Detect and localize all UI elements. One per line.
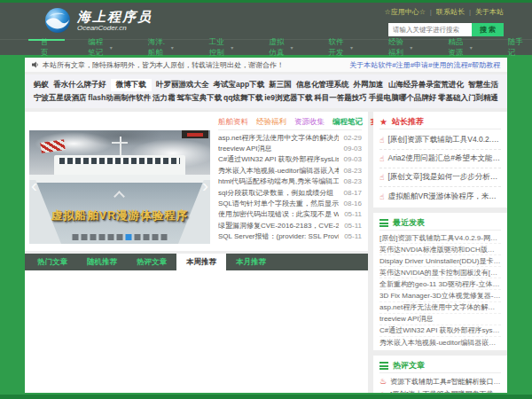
article-row[interactable]: treeview API消息 09-03 <box>218 143 362 153</box>
bottom-tab[interactable]: 本周推荐 <box>176 254 226 270</box>
tag-link[interactable]: flash动画制作软件 <box>88 93 151 104</box>
article-title[interactable]: 秀米嵌入本地视频-ueditor编辑器嵌入本地视频 <box>218 166 339 176</box>
about-site-link[interactable]: 关于本站 <box>475 7 504 17</box>
tag-link[interactable]: 山海经异兽录蛮荒进化 <box>388 80 464 90</box>
article-row[interactable]: SQL Server报错：(provider: SSL Provider, er… <box>218 231 362 242</box>
tag-link[interactable]: 蚂蚁 <box>34 80 49 90</box>
article-title[interactable]: SQL语句针对单个字段去重，然后显示所有列 <box>218 199 339 208</box>
bottom-tab[interactable]: 本月推荐 <box>226 254 276 270</box>
tag-link[interactable]: 外网加速 <box>354 80 384 90</box>
article-row[interactable]: 绿盟漏洞修复CVE-2016-2183，CVE-2015-2808和CVE- 0… <box>218 220 362 231</box>
recent-item[interactable]: C#通过WIN32 API 获取外部程序sysListview... <box>379 325 501 337</box>
bottom-tab[interactable]: 热评文章 <box>127 254 176 270</box>
tag-link[interactable]: 香水什么牌子好 <box>53 80 106 90</box>
article-row[interactable]: 秀米嵌入本地视频-ueditor编辑器嵌入本地视频 08-23 <box>218 165 362 176</box>
article-row[interactable]: 使用加密代码出现错误：此实现不是 Windows 平台 FIPS 05-11 <box>218 209 362 220</box>
slider-dot[interactable] <box>99 234 106 240</box>
slider-dot[interactable] <box>117 234 123 240</box>
article-title[interactable]: 使用加密代码出现错误：此实现不是 Windows 平台 FIPS <box>218 209 339 219</box>
slider-dot[interactable] <box>161 234 168 240</box>
recent-item[interactable]: Display Driver Uninstaller(DDU)显卡驱动卸载... <box>379 255 501 267</box>
chevron-down-icon: ▾ <box>231 44 233 51</box>
tag-link[interactable]: 驾车宝典下载 <box>176 93 222 104</box>
article-title[interactable]: SQL Server报错：(provider: SSL Provider, er… <box>218 231 339 241</box>
recent-item-title: 秀米嵌入本地视频-ueditor编辑器嵌入本地视频 <box>379 338 501 348</box>
recent-item[interactable]: 英伟达NVIDIA的显卡控制面板没有[3D立体视... <box>379 267 501 278</box>
recommend-item[interactable]: ☝ Aria2使用问题汇总#希望本文能解决你的Ari... <box>379 150 501 168</box>
recent-item[interactable]: asp.net程序无法使用中文字体的解决办法 <box>379 302 501 314</box>
tag-link[interactable]: 信息化管理系统 <box>296 80 349 90</box>
recent-item[interactable]: 3D Fix Manager-3D立体视觉修复器-英伟达显... <box>379 290 501 301</box>
slider-dot[interactable] <box>82 234 88 240</box>
recent-item-title: C#通过WIN32 API 获取外部程序sysListview... <box>379 325 501 335</box>
nav-item[interactable]: 经验福利 ▾ <box>381 40 419 55</box>
recent-item[interactable]: 秀米嵌入本地视频-ueditor编辑器嵌入本地视频 <box>379 337 501 348</box>
tag-link[interactable]: ie9浏览器下载 <box>264 93 312 104</box>
article-row[interactable]: html代码适配移动端布局,秀米等编辑工具放入ueditor实现 08-23 <box>218 176 362 187</box>
slider-dot[interactable] <box>73 234 79 240</box>
tag-link[interactable]: 智慧生活 <box>468 80 498 90</box>
slide-caption[interactable]: 虚拟船舶VR漫游体验程序 <box>29 208 210 223</box>
hot-item[interactable]: ♨ [原创]海上下载篇之网赚网盘下载辅助工具V... <box>379 387 501 393</box>
recent-list: [原创]资源下载辅助工具V4.0.2.9-网赚网盘版 英伟达NVDIA标准版驱动… <box>379 232 501 348</box>
recent-item[interactable]: 全新重构的geo-11 3D驱动程序-立体视觉修复... <box>379 278 501 290</box>
nav-item[interactable]: 精品资源 ▾ <box>441 40 479 55</box>
article-title[interactable]: treeview API消息 <box>218 144 339 153</box>
article-row[interactable]: SQL语句针对单个字段去重，然后显示所有列 08-16 <box>218 198 362 208</box>
article-row[interactable]: asp.net程序无法使用中文字体的解决办法 02-29 <box>218 132 362 143</box>
contact-webmaster-link[interactable]: 联系站长 <box>436 7 465 17</box>
nav-item[interactable]: 虚拟仿真 ▾ <box>262 40 300 55</box>
slider-dot[interactable] <box>126 234 132 240</box>
nav-item[interactable]: 随手记 <box>501 40 532 55</box>
tag-link[interactable]: 叶罗丽游戏大全 <box>156 80 209 90</box>
bottom-tab[interactable]: 随机推荐 <box>77 254 127 270</box>
slider-next-arrow[interactable]: › <box>202 175 208 196</box>
slider-dot[interactable] <box>108 234 114 240</box>
watermark-ribbon <box>182 130 208 138</box>
category-tab[interactable]: 经验福利 <box>256 117 286 128</box>
slider-dot[interactable] <box>144 234 150 240</box>
tag-link[interactable]: 新三国 <box>269 80 292 90</box>
nav-item[interactable]: 海洋.船舶 ▾ <box>141 40 181 55</box>
recommend-item[interactable]: ☝ 虚拟船舶VR漫游体验程序，来看一下海运... <box>379 187 501 206</box>
article-row[interactable]: C#通过WIN32 API 获取外部程序sysListview的值和 09-03 <box>218 154 362 165</box>
recommend-item[interactable]: ☝ [原创文章]我是如何一步步分析得到某网赚... <box>379 168 501 187</box>
tag-link[interactable]: 宁波五星级酒店 <box>34 93 87 104</box>
image-slider[interactable]: 虚拟船舶VR漫游体验程序 ‹ › <box>29 130 210 244</box>
tag-link[interactable]: 微博下载 <box>111 79 152 91</box>
recent-item[interactable]: treeview API消息 <box>379 314 501 325</box>
article-title[interactable]: 绿盟漏洞修复CVE-2016-2183，CVE-2015-2808和CVE- <box>218 221 339 231</box>
tag-link[interactable]: qq炫舞下载 <box>223 93 262 104</box>
bottom-tab[interactable]: 热门文章 <box>27 254 77 270</box>
nav-item[interactable]: 工业控制 ▾ <box>202 40 240 55</box>
recommend-item[interactable]: ☝ [原创]资源下载辅助工具V4.0.2.9-网赚网盘版 <box>379 131 501 150</box>
slider-dot[interactable] <box>135 234 141 240</box>
category-tab[interactable]: 资源收集 <box>294 117 325 128</box>
article-title[interactable]: asp.net程序无法使用中文字体的解决办法 <box>218 133 339 143</box>
recent-item[interactable]: 英伟达NVDIA标准版驱动和DCH版驱动 <box>379 244 501 255</box>
recent-item[interactable]: [原创]资源下载辅助工具V4.0.2.9-网赚网盘版 <box>379 232 501 244</box>
category-tab[interactable]: 编程笔记 <box>332 117 363 128</box>
category-tab[interactable]: 船舶资料 <box>218 117 248 128</box>
article-title[interactable]: html代码适配移动端布局,秀米等编辑工具放入ueditor实现 <box>218 176 339 186</box>
slider-dot[interactable] <box>153 234 159 240</box>
nav-item[interactable]: 编程笔记 ▾ <box>81 40 119 55</box>
article-title[interactable]: C#通过WIN32 API 获取外部程序sysListview的值和 <box>218 154 339 164</box>
tag-link[interactable]: 科目一答题技巧 <box>314 93 367 104</box>
tag-link[interactable]: 手提电脑哪个品牌好 <box>369 93 437 104</box>
article-row[interactable]: sql分段获取记录数量，例如成绩分组 08-17 <box>218 187 362 198</box>
nav-item[interactable]: 首页 <box>34 40 59 55</box>
site-software-help-link[interactable]: 关于本站软件#注册#申请#使用的流程#帮助教程 <box>349 60 500 70</box>
recommend-item-title: [原创文章]我是如何一步步分析得到某网赚... <box>387 172 501 183</box>
hot-item[interactable]: ♨ 资源下载辅助工具#智能解析接口维护 <box>379 375 501 388</box>
nav-item[interactable]: 软件开发 ▾ <box>322 40 360 55</box>
tag-link[interactable]: 考试宝app下载 <box>214 80 265 90</box>
search-button[interactable]: 搜 索 <box>472 23 504 36</box>
article-title[interactable]: sql分段获取记录数量，例如成绩分组 <box>218 188 339 198</box>
tag-link[interactable]: 零基础入门到精通 <box>438 93 498 104</box>
search-input[interactable] <box>388 23 472 36</box>
slider-dot[interactable] <box>90 234 97 240</box>
slider-prev-arrow[interactable]: ‹ <box>31 175 37 196</box>
tag-link[interactable]: 活力霜 <box>153 93 176 104</box>
app-center-link[interactable]: ☆应用中心☆ <box>385 7 426 17</box>
